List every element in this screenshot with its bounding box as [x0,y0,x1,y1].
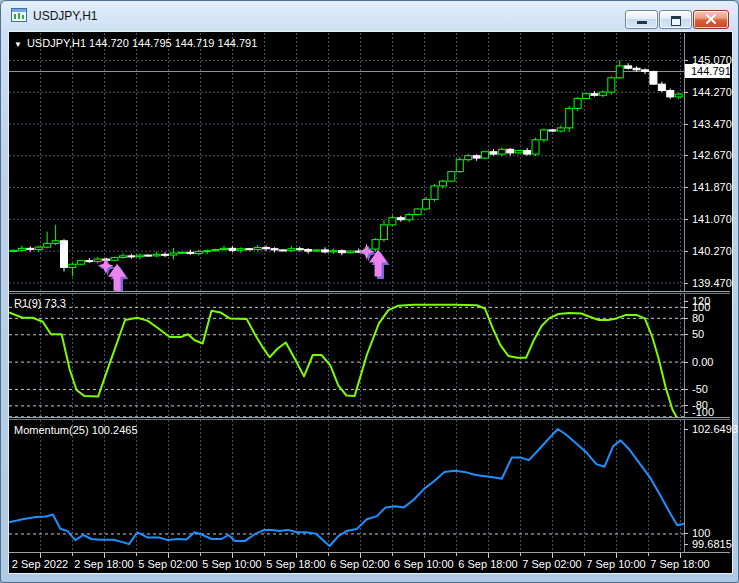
axis-tick-label: 141.070 [692,214,732,225]
axis-tick-mark [684,405,688,406]
restore-button[interactable] [659,10,692,29]
titlebar[interactable]: USDJPY,H1 [1,1,738,31]
time-tick-mark [584,553,585,556]
axis-tick-mark [684,318,688,319]
time-tick-mark [72,553,73,556]
axis-tick-mark [684,251,688,252]
symbol-dropdown-icon: ▼ [14,40,22,49]
axis-tick-label: 144.270 [692,87,732,98]
restore-icon [671,16,681,26]
axis-tick-mark [684,301,688,302]
axis-tick-label: 142.670 [692,150,732,161]
chart-area: ▼USDJPY,H1 144.720 144.795 144.719 144.7… [8,31,733,574]
axis-tick-label: -100 [692,407,714,418]
axis-tick-mark [684,219,688,220]
time-tick-mark [648,553,649,556]
axis-tick-mark [684,429,688,430]
time-tick-mark [456,553,457,556]
axis-tick-mark [684,412,688,413]
rsi-label: R1(9) 73.3 [14,297,66,309]
axis-tick-mark [684,533,688,534]
axis-tick-mark [684,283,688,284]
price-axis[interactable]: 145.070144.270143.470142.670141.870141.0… [685,33,730,552]
window-title: USDJPY,H1 [33,9,97,23]
axis-tick-mark [684,124,688,125]
time-tick-mark [264,553,265,556]
chart-window: USDJPY,H1 ▼USDJPY,H1 144.720 144.795 144… [0,0,739,583]
axis-tick-label: -50 [692,384,708,395]
axis-tick-mark [684,362,688,363]
chart-icon[interactable] [11,8,27,24]
axis-tick-mark [684,187,688,188]
time-tick-mark [328,553,329,556]
axis-tick-label: 139.470 [692,278,732,289]
momentum-label: Momentum(25) 100.2465 [14,424,138,436]
time-tick-mark [520,553,521,556]
time-tick-mark [136,553,137,556]
minimize-button[interactable] [625,10,658,29]
current-price-badge: 144.791 [685,64,730,78]
time-tick-mark [200,553,201,556]
axis-tick-label: 80 [692,313,704,324]
rsi-indicator-panel[interactable] [9,294,684,417]
axis-tick-label: 141.870 [692,182,732,193]
time-tick-mark [392,553,393,556]
axis-tick-label: 102.6493 [692,424,738,435]
close-icon [694,11,728,28]
axis-tick-mark [684,307,688,308]
axis-tick-label: 140.270 [692,246,732,257]
axis-tick-mark [684,389,688,390]
axis-tick-label: 0.00 [692,357,713,368]
panel-splitter-momentum[interactable] [9,417,730,420]
close-button[interactable] [693,10,729,29]
price-chart-panel[interactable] [9,33,684,291]
axis-tick-mark [684,334,688,335]
time-axis[interactable]: 2 Sep 20222 Sep 18:005 Sep 02:005 Sep 10… [9,552,730,573]
axis-tick-mark [684,544,688,545]
minimize-icon [637,21,647,24]
panel-splitter-rsi[interactable] [9,291,730,294]
time-tick-label: 7 Sep 18:00 [630,558,730,570]
axis-tick-label: 50 [692,329,704,340]
axis-tick-label: 143.470 [692,119,732,130]
window-controls [625,10,729,29]
axis-tick-label: 99.6815 [692,539,732,550]
axis-tick-mark [684,60,688,61]
axis-tick-mark [684,92,688,93]
chart-info-label: ▼USDJPY,H1 144.720 144.795 144.719 144.7… [14,37,257,49]
axis-tick-mark [684,155,688,156]
momentum-indicator-panel[interactable] [9,420,684,552]
